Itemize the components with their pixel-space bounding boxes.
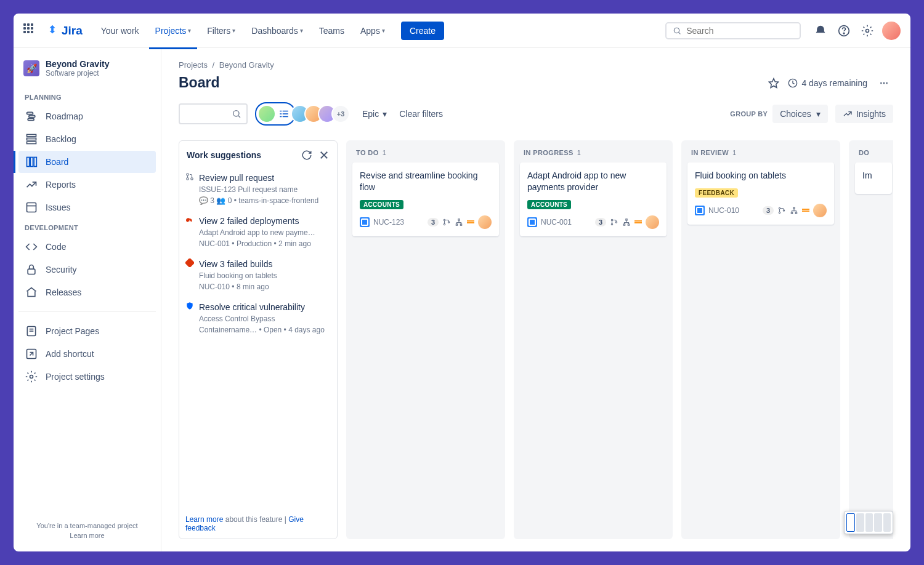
- board-toolbar: +3 Epic ▾ Clear filters GROUP BY Choices…: [179, 102, 893, 126]
- sidebar-item-issues[interactable]: Issues: [18, 196, 156, 218]
- sidebar-item-add-shortcut[interactable]: Add shortcut: [18, 343, 156, 365]
- svg-rect-41: [458, 219, 460, 220]
- board-search[interactable]: [179, 103, 248, 124]
- star-button[interactable]: [768, 78, 779, 89]
- story-icon: [360, 217, 370, 227]
- close-icon[interactable]: [318, 150, 330, 161]
- svg-point-21: [30, 375, 33, 379]
- svg-point-34: [187, 174, 189, 176]
- sidebar-item-project-settings[interactable]: Project settings: [18, 366, 156, 388]
- ws-learn-more[interactable]: Learn more: [185, 515, 223, 524]
- svg-rect-43: [460, 224, 461, 225]
- priority-icon: [467, 220, 474, 223]
- svg-rect-27: [283, 111, 288, 112]
- footer-text: You're in a team-managed project: [36, 522, 137, 529]
- breadcrumb: Projects / Beyond Gravity: [179, 60, 893, 70]
- svg-rect-7: [28, 118, 34, 120]
- shortcut-icon: [25, 348, 38, 360]
- sidebar-item-releases[interactable]: Releases: [18, 281, 156, 303]
- ws-footer: Learn more about this feature | Give fee…: [185, 509, 331, 532]
- svg-point-52: [783, 210, 784, 211]
- card-title: Adapt Android app to new payments provid…: [527, 170, 659, 193]
- logo-text: Jira: [62, 24, 83, 38]
- days-remaining[interactable]: 4 days remaining: [788, 78, 867, 88]
- sidebar-item-reports[interactable]: Reports: [18, 174, 156, 196]
- assignee-avatar[interactable]: [646, 215, 659, 229]
- svg-point-51: [779, 212, 780, 213]
- nav-projects[interactable]: Projects▾: [149, 22, 198, 39]
- ws-title: Work suggestions: [187, 150, 261, 160]
- assignee-avatar[interactable]: [813, 204, 827, 217]
- ws-item[interactable]: View 2 failed deploymentsAdapt Android a…: [185, 210, 331, 253]
- card-tag: ACCOUNTS: [527, 200, 571, 209]
- svg-point-38: [444, 219, 445, 220]
- svg-rect-9: [27, 138, 36, 140]
- column-header: TO DO1: [352, 146, 499, 162]
- avatar-selected[interactable]: [255, 102, 296, 126]
- svg-rect-47: [626, 219, 627, 220]
- clear-filters[interactable]: Clear filters: [399, 109, 443, 119]
- avatar-more[interactable]: +3: [331, 105, 350, 123]
- ws-item[interactable]: Resolve critical vulnerabilityAccess Con…: [185, 296, 331, 339]
- notifications-icon[interactable]: [812, 22, 829, 39]
- svg-point-40: [448, 222, 449, 223]
- nav-filters[interactable]: Filters▾: [201, 22, 241, 39]
- app-switcher-icon[interactable]: [23, 23, 38, 38]
- svg-rect-28: [280, 113, 282, 114]
- project-subtitle: Software project: [46, 69, 109, 78]
- sidebar-footer: You're in a team-managed project Learn m…: [18, 517, 156, 544]
- card-tag: FEEDBACK: [695, 188, 738, 198]
- nav-dashboards[interactable]: Dashboards▾: [245, 22, 309, 39]
- footer-learn-more[interactable]: Learn more: [23, 532, 151, 539]
- create-button[interactable]: Create: [401, 22, 444, 40]
- insights-button[interactable]: Insights: [835, 105, 893, 123]
- sidebar-item-roadmap[interactable]: Roadmap: [18, 105, 156, 127]
- nav-teams[interactable]: Teams: [313, 22, 351, 39]
- search-field[interactable]: [686, 26, 793, 36]
- branch-icon: [777, 206, 786, 215]
- board-card[interactable]: Revise and streamline booking flowACCOUN…: [352, 162, 499, 236]
- assignee-avatar[interactable]: [478, 215, 492, 229]
- story-icon: [695, 206, 705, 215]
- refresh-icon[interactable]: [301, 150, 312, 161]
- branch-icon: [610, 218, 618, 226]
- chevron-down-icon: ▾: [300, 27, 303, 34]
- ws-item[interactable]: Review pull requestISSUE-123 Pull reques…: [185, 167, 331, 210]
- roadmap-icon: [25, 110, 38, 122]
- sidebar-item-project-pages[interactable]: Project Pages: [18, 320, 156, 342]
- search-input[interactable]: [665, 22, 801, 39]
- jira-logo[interactable]: Jira: [46, 24, 83, 38]
- sidebar: 🚀 Beyond Gravity Software project PLANNI…: [14, 48, 161, 551]
- card-title: Revise and streamline booking flow: [360, 170, 492, 193]
- help-icon[interactable]: [835, 22, 853, 39]
- breadcrumb-current[interactable]: Beyond Gravity: [219, 60, 274, 70]
- card-key: NUC-001: [541, 218, 572, 226]
- story-icon: [527, 217, 537, 227]
- sidebar-item-code[interactable]: Code: [18, 236, 156, 258]
- settings-icon[interactable]: [859, 22, 876, 39]
- group-by-select[interactable]: Choices ▾: [772, 105, 828, 123]
- profile-avatar[interactable]: [882, 22, 901, 40]
- board-card[interactable]: Adapt Android app to new payments provid…: [520, 162, 667, 236]
- epic-filter[interactable]: Epic ▾: [357, 105, 392, 122]
- page-title: Board: [179, 74, 219, 91]
- board-card[interactable]: Im: [855, 162, 892, 194]
- ws-item[interactable]: View 3 failed buildsFluid booking on tab…: [185, 253, 331, 296]
- sidebar-item-backlog[interactable]: Backlog: [18, 128, 156, 150]
- svg-point-24: [233, 111, 239, 116]
- svg-rect-30: [280, 116, 282, 118]
- project-header[interactable]: 🚀 Beyond Gravity Software project: [18, 59, 156, 89]
- nav-apps[interactable]: Apps▾: [354, 22, 391, 39]
- board-card[interactable]: Fluid booking on tabletsFEEDBACKNUC-0103: [687, 162, 834, 225]
- board-minimap[interactable]: [844, 511, 893, 534]
- sidebar-item-security[interactable]: Security: [18, 258, 156, 281]
- avatar-filter[interactable]: +3: [255, 102, 350, 126]
- svg-rect-26: [280, 111, 282, 112]
- svg-rect-6: [29, 115, 35, 117]
- clock-icon: [788, 78, 798, 88]
- breadcrumb-root[interactable]: Projects: [179, 60, 208, 70]
- nav-your-work[interactable]: Your work: [95, 22, 145, 39]
- security-icon: [25, 263, 38, 276]
- more-button[interactable]: ⋯: [876, 76, 893, 90]
- sidebar-item-board[interactable]: Board: [18, 151, 156, 173]
